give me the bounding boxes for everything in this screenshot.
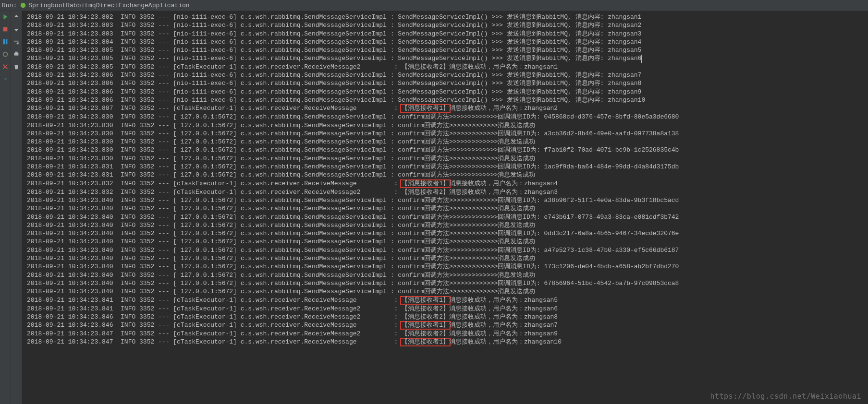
log-line: 2018-09-21 10:34:23.806 INFO 3352 --- [n… xyxy=(27,79,868,87)
log-line: 2018-09-21 10:34:23.832 INFO 3352 --- [c… xyxy=(27,179,868,188)
svg-point-0 xyxy=(21,3,26,8)
log-line: 2018-09-21 10:34:23.803 INFO 3352 --- [n… xyxy=(27,30,868,38)
log-line: 2018-09-21 10:34:23.847 INFO 3352 --- [c… xyxy=(27,330,868,338)
log-line: 2018-09-21 10:34:23.840 INFO 3352 --- [ … xyxy=(27,246,868,254)
log-line: 2018-09-21 10:34:23.830 INFO 3352 --- [ … xyxy=(27,121,868,130)
log-line: 2018-09-21 10:34:23.807 INFO 3352 --- [c… xyxy=(27,104,868,113)
log-line: 2018-09-21 10:34:23.840 INFO 3352 --- [ … xyxy=(27,204,868,213)
log-line: 2018-09-21 10:34:23.806 INFO 3352 --- [n… xyxy=(27,88,868,96)
log-line: 2018-09-21 10:34:23.830 INFO 3352 --- [ … xyxy=(27,130,868,138)
log-line: 2018-09-21 10:34:23.840 INFO 3352 --- [ … xyxy=(27,287,868,296)
log-line: 2018-09-21 10:34:23.841 INFO 3352 --- [c… xyxy=(27,305,868,313)
scroll-up-icon[interactable] xyxy=(12,13,20,21)
log-line: 2018-09-21 10:34:23.806 INFO 3352 --- [n… xyxy=(27,96,868,104)
log-line: 2018-09-21 10:34:23.831 INFO 3352 --- [ … xyxy=(27,171,868,179)
log-line: 2018-09-21 10:34:23.840 INFO 3352 --- [ … xyxy=(27,279,868,287)
log-line: 2018-09-21 10:34:23.840 INFO 3352 --- [ … xyxy=(27,238,868,246)
log-line: 2018-09-21 10:34:23.832 INFO 3352 --- [c… xyxy=(27,188,868,196)
log-line: 2018-09-21 10:34:23.805 INFO 3352 --- [c… xyxy=(27,63,868,71)
log-line: 2018-09-21 10:34:23.840 INFO 3352 --- [ … xyxy=(27,196,868,204)
log-line: 2018-09-21 10:34:23.830 INFO 3352 --- [ … xyxy=(27,146,868,154)
log-line: 2018-09-21 10:34:23.830 INFO 3352 --- [ … xyxy=(27,113,868,121)
run-config-name: SpringbootRabbitmqDirectExchangeApplicat… xyxy=(28,2,189,9)
spring-boot-icon xyxy=(20,2,26,9)
svg-rect-2 xyxy=(3,39,5,45)
exit-icon[interactable] xyxy=(1,63,9,71)
log-line: 2018-09-21 10:34:23.806 INFO 3352 --- [n… xyxy=(27,71,868,79)
log-line: 2018-09-21 10:34:23.803 INFO 3352 --- [n… xyxy=(27,21,868,29)
run-toolbar: Run: SpringbootRabbitmqDirectExchangeApp… xyxy=(0,0,868,11)
clear-all-icon[interactable] xyxy=(12,63,20,71)
log-line: 2018-09-21 10:34:23.840 INFO 3352 --- [ … xyxy=(27,254,868,262)
log-line: 2018-09-21 10:34:23.840 INFO 3352 --- [ … xyxy=(27,271,868,279)
svg-rect-3 xyxy=(6,39,8,45)
run-left-toolbar: ? xyxy=(0,11,11,404)
svg-rect-7 xyxy=(15,52,17,53)
svg-rect-6 xyxy=(14,53,19,55)
log-line: 2018-09-21 10:34:23.804 INFO 3352 --- [n… xyxy=(27,38,868,46)
soft-wrap-icon[interactable] xyxy=(12,38,20,46)
log-line: 2018-09-21 10:34:23.802 INFO 3352 --- [n… xyxy=(27,13,868,21)
log-line: 2018-09-21 10:34:23.840 INFO 3352 --- [ … xyxy=(27,262,868,271)
highlight-receiver1: 【消息接收者1】 xyxy=(400,321,451,330)
watermark-text: https://blog.csdn.net/Weixiaohuai xyxy=(710,392,861,401)
svg-rect-1 xyxy=(3,27,8,32)
stop-icon[interactable] xyxy=(1,25,9,33)
log-line: 2018-09-21 10:34:23.830 INFO 3352 --- [ … xyxy=(27,138,868,146)
text-caret xyxy=(641,55,642,63)
highlight-receiver1: 【消息接收者1】 xyxy=(400,104,451,113)
log-line: 2018-09-21 10:34:23.840 INFO 3352 --- [ … xyxy=(27,213,868,221)
svg-point-4 xyxy=(3,52,8,57)
highlight-receiver1: 【消息接收者1】 xyxy=(400,338,451,346)
highlight-receiver1: 【消息接收者1】 xyxy=(400,179,451,188)
log-line: 2018-09-21 10:34:23.805 INFO 3352 --- [n… xyxy=(27,46,868,54)
rerun-icon[interactable] xyxy=(1,13,9,21)
dump-threads-icon[interactable] xyxy=(1,50,9,58)
svg-text:?: ? xyxy=(4,77,7,83)
print-icon[interactable] xyxy=(12,50,20,58)
run-label: Run: xyxy=(2,2,17,9)
log-line: 2018-09-21 10:34:23.840 INFO 3352 --- [ … xyxy=(27,221,868,229)
log-line: 2018-09-21 10:34:23.847 INFO 3352 --- [c… xyxy=(27,338,868,346)
log-line: 2018-09-21 10:34:23.841 INFO 3352 --- [c… xyxy=(27,296,868,305)
help-icon[interactable]: ? xyxy=(1,75,9,83)
log-line: 2018-09-21 10:34:23.840 INFO 3352 --- [ … xyxy=(27,229,868,238)
log-line: 2018-09-21 10:34:23.830 INFO 3352 --- [ … xyxy=(27,154,868,163)
log-line: 2018-09-21 10:34:23.846 INFO 3352 --- [c… xyxy=(27,313,868,321)
highlight-receiver1: 【消息接收者1】 xyxy=(400,296,451,305)
run-output-toolbar xyxy=(11,11,22,404)
console-output[interactable]: 2018-09-21 10:34:23.802 INFO 3352 --- [n… xyxy=(22,11,868,404)
pause-icon[interactable] xyxy=(1,38,9,46)
scroll-down-icon[interactable] xyxy=(12,25,20,33)
log-line: 2018-09-21 10:34:23.805 INFO 3352 --- [n… xyxy=(27,54,868,62)
log-line: 2018-09-21 10:34:23.846 INFO 3352 --- [c… xyxy=(27,321,868,330)
log-line: 2018-09-21 10:34:23.831 INFO 3352 --- [ … xyxy=(27,163,868,171)
